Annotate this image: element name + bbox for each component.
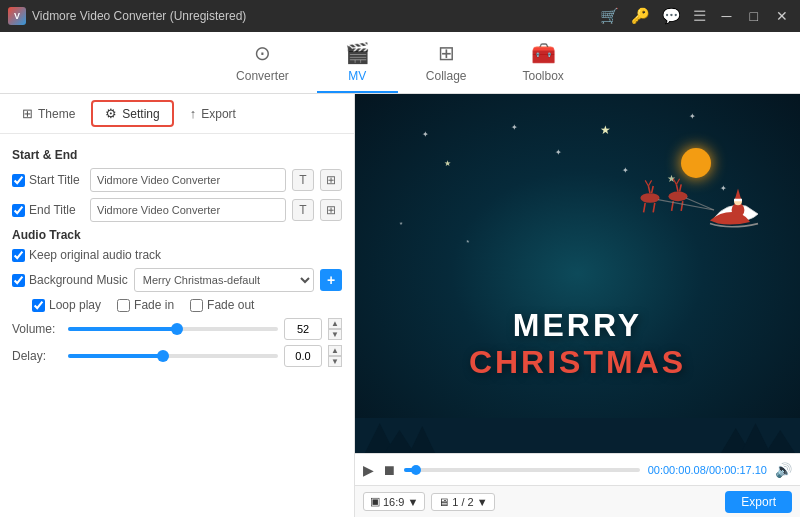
nav-collage-label: Collage: [426, 69, 467, 83]
nav-mv[interactable]: 🎬 MV: [317, 33, 398, 93]
volume-icon[interactable]: 🔊: [775, 462, 792, 478]
volume-value-input[interactable]: [284, 318, 322, 340]
tab-theme[interactable]: ⊞ Theme: [10, 102, 87, 125]
delay-up-btn[interactable]: ▲: [328, 345, 342, 356]
chat-icon[interactable]: 💬: [662, 7, 681, 25]
sub-controls-left: ▣ 16:9 ▼ 🖥 1 / 2 ▼: [363, 492, 495, 511]
end-title-layout-icon[interactable]: ⊞: [320, 199, 342, 221]
snowflake-1: ✦: [422, 130, 429, 139]
user-icon[interactable]: 🔑: [631, 7, 650, 25]
nav-converter[interactable]: ⊙ Converter: [208, 33, 317, 93]
bg-music-checkbox-label[interactable]: Background Music: [12, 273, 128, 287]
svg-line-6: [653, 203, 655, 213]
music-select[interactable]: Merry Christmas-default: [134, 268, 314, 292]
star-1: ★: [600, 123, 611, 137]
monitor-page: 1 / 2: [452, 496, 473, 508]
export-button[interactable]: Export: [725, 491, 792, 513]
loop-play-label[interactable]: Loop play: [32, 298, 101, 312]
start-title-checkbox-label[interactable]: Start Title: [12, 173, 84, 187]
minimize-button[interactable]: ─: [718, 8, 736, 24]
nav-toolbox[interactable]: 🧰 Toolbox: [495, 33, 592, 93]
tab-setting[interactable]: ⚙ Setting: [91, 100, 173, 127]
theme-icon: ⊞: [22, 106, 33, 121]
svg-point-7: [668, 191, 687, 201]
svg-line-10: [673, 179, 676, 185]
volume-slider-thumb[interactable]: [171, 323, 183, 335]
start-title-checkbox[interactable]: [12, 174, 25, 187]
video-controls: ▶ ⏹ 00:00:00.08/00:00:17.10 🔊: [355, 453, 800, 485]
keep-audio-label[interactable]: Keep original audio track: [12, 248, 212, 262]
menu-icon[interactable]: ☰: [693, 7, 706, 25]
play-button[interactable]: ▶: [363, 462, 374, 478]
app-title: Vidmore Video Converter (Unregistered): [32, 9, 246, 23]
end-title-input[interactable]: [90, 198, 286, 222]
fade-in-text: Fade in: [134, 298, 174, 312]
bg-music-label: Background Music: [29, 273, 128, 287]
title-bar-right: 🛒 🔑 💬 ☰ ─ □ ✕: [600, 7, 792, 25]
bg-music-checkbox[interactable]: [12, 274, 25, 287]
start-title-input[interactable]: [90, 168, 286, 192]
bg-music-row: Background Music Merry Christmas-default…: [12, 268, 342, 292]
volume-slider-track[interactable]: [68, 327, 278, 331]
maximize-button[interactable]: □: [746, 8, 762, 24]
time-total: 00:00:17.10: [709, 464, 767, 476]
stop-button[interactable]: ⏹: [382, 462, 396, 478]
tab-export[interactable]: ↑ Export: [178, 102, 248, 125]
nav-mv-label: MV: [348, 69, 366, 83]
converter-icon: ⊙: [254, 41, 271, 65]
fade-in-label[interactable]: Fade in: [117, 298, 174, 312]
star-2: ★: [444, 159, 451, 168]
fade-out-label[interactable]: Fade out: [190, 298, 254, 312]
monitor-button[interactable]: 🖥 1 / 2 ▼: [431, 493, 494, 511]
delay-slider-track[interactable]: [68, 354, 278, 358]
keep-audio-checkbox[interactable]: [12, 249, 25, 262]
svg-rect-18: [734, 199, 742, 201]
end-title-checkbox[interactable]: [12, 204, 25, 217]
end-title-text-icon[interactable]: T: [292, 199, 314, 221]
volume-down-btn[interactable]: ▼: [328, 329, 342, 340]
video-sub-controls: ▣ 16:9 ▼ 🖥 1 / 2 ▼ Export: [355, 485, 800, 517]
start-title-text-icon[interactable]: T: [292, 169, 314, 191]
add-music-button[interactable]: +: [320, 269, 342, 291]
nav-toolbox-label: Toolbox: [523, 69, 564, 83]
svg-line-3: [645, 180, 648, 186]
start-title-layout-icon[interactable]: ⊞: [320, 169, 342, 191]
end-title-checkbox-label[interactable]: End Title: [12, 203, 84, 217]
tab-export-label: Export: [201, 107, 236, 121]
svg-line-9: [679, 184, 681, 191]
delay-value-input[interactable]: [284, 345, 322, 367]
setting-icon: ⚙: [105, 106, 117, 121]
svg-marker-21: [409, 426, 435, 453]
keep-audio-text: Keep original audio track: [29, 248, 161, 262]
toolbox-icon: 🧰: [531, 41, 556, 65]
cart-icon[interactable]: 🛒: [600, 7, 619, 25]
fade-out-text: Fade out: [207, 298, 254, 312]
left-panel: ⊞ Theme ⚙ Setting ↑ Export Start & End S…: [0, 94, 355, 517]
trees-svg: [355, 418, 800, 453]
delay-slider-thumb[interactable]: [157, 350, 169, 362]
svg-line-11: [676, 179, 679, 185]
snowflake-2: ✦: [511, 123, 518, 132]
close-button[interactable]: ✕: [772, 8, 792, 24]
xmas-text: MERRY CHRISTMAS: [469, 307, 686, 381]
title-bar-left: V Vidmore Video Converter (Unregistered): [8, 7, 246, 25]
merry-text: MERRY: [469, 307, 686, 344]
loop-play-checkbox[interactable]: [32, 299, 45, 312]
volume-up-btn[interactable]: ▲: [328, 318, 342, 329]
delay-spinner: ▲ ▼: [328, 345, 342, 367]
mv-icon: 🎬: [345, 41, 370, 65]
export-tab-icon: ↑: [190, 106, 197, 121]
nav-collage[interactable]: ⊞ Collage: [398, 33, 495, 93]
delay-down-btn[interactable]: ▼: [328, 356, 342, 367]
svg-line-15: [686, 198, 714, 210]
svg-line-4: [648, 180, 651, 186]
time-display: 00:00:00.08/00:00:17.10: [648, 464, 767, 476]
svg-marker-20: [385, 430, 415, 453]
delay-row: Delay: ▲ ▼: [12, 345, 342, 367]
fade-out-checkbox[interactable]: [190, 299, 203, 312]
progress-bar[interactable]: [404, 468, 640, 472]
snowflake-5: *: [400, 220, 403, 229]
ratio-button[interactable]: ▣ 16:9 ▼: [363, 492, 425, 511]
volume-row: Volume: ▲ ▼: [12, 318, 342, 340]
fade-in-checkbox[interactable]: [117, 299, 130, 312]
